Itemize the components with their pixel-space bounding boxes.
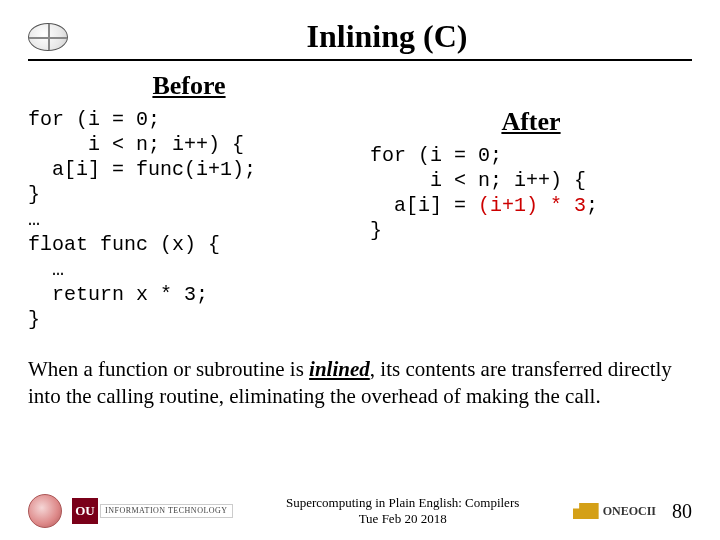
after-code-highlight: (i+1) * 3 — [478, 194, 586, 217]
oklahoma-shape-icon — [573, 503, 599, 519]
before-code: for (i = 0; i < n; i++) { a[i] = func(i+… — [28, 107, 350, 332]
body-pre: When a function or subroutine is — [28, 357, 309, 381]
footer-center: Supercomputing in Plain English: Compile… — [286, 495, 519, 526]
before-column: Before for (i = 0; i < n; i++) { a[i] = … — [28, 71, 350, 332]
oneocii-text: ONEOCII — [603, 504, 656, 519]
footer: OU INFORMATION TECHNOLOGY Supercomputing… — [0, 494, 720, 528]
code-columns: Before for (i = 0; i < n; i++) { a[i] = … — [28, 71, 692, 332]
after-column: After for (i = 0; i < n; i++) { a[i] = (… — [370, 71, 692, 332]
oscer-badge-icon — [28, 494, 62, 528]
explanation-paragraph: When a function or subroutine is inlined… — [28, 356, 692, 411]
ou-it-text: INFORMATION TECHNOLOGY — [100, 504, 233, 518]
slide-title: Inlining (C) — [82, 18, 692, 55]
inlined-term: inlined — [309, 357, 370, 381]
ou-mark: OU — [72, 498, 98, 524]
footer-line2: Tue Feb 20 2018 — [286, 511, 519, 527]
after-heading: After — [370, 107, 692, 137]
page-number: 80 — [672, 500, 692, 523]
title-divider — [28, 59, 692, 61]
before-heading: Before — [28, 71, 350, 101]
ou-logo: OU INFORMATION TECHNOLOGY — [72, 498, 233, 524]
after-code: for (i = 0; i < n; i++) { a[i] = (i+1) *… — [370, 143, 692, 243]
footer-line1: Supercomputing in Plain English: Compile… — [286, 495, 519, 511]
footer-right: ONEOCII 80 — [573, 500, 692, 523]
footer-left: OU INFORMATION TECHNOLOGY — [28, 494, 233, 528]
globe-icon — [28, 23, 68, 51]
oneocii-logo: ONEOCII — [573, 503, 656, 519]
